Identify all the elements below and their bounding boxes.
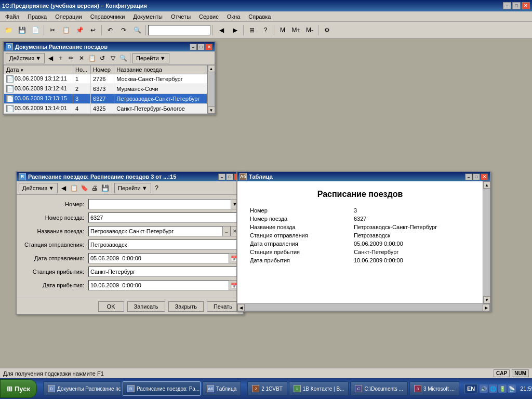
toolbar-btn-7[interactable]: ⊞ — [246, 24, 258, 36]
menu-directories[interactable]: Справочники — [87, 12, 128, 21]
col-name[interactable]: Название поезда — [114, 65, 207, 74]
tray-icon-3[interactable]: 🔋 — [498, 384, 507, 393]
list-maximize[interactable]: □ — [197, 44, 205, 50]
toolbar-undo[interactable]: ↶ — [104, 24, 116, 36]
toolbar-btn-8[interactable]: ? — [259, 24, 272, 36]
table-scrollbar-v[interactable]: ▲ ▼ — [483, 181, 490, 303]
toolbar-copy[interactable]: 📋 — [60, 24, 72, 36]
list-pereyti-btn[interactable]: Перейти ▼ — [132, 53, 169, 63]
table-scroll-up[interactable]: ▲ — [483, 181, 490, 189]
form-actions-btn[interactable]: Действия ▼ — [19, 183, 58, 193]
ok-button[interactable]: OK — [98, 301, 124, 312]
data-prib-input[interactable]: 10.06.2009 0:00:00 — [88, 280, 229, 290]
table-scrollbar-h[interactable]: ◀ ▶ — [237, 303, 490, 311]
toolbar-btn-1[interactable]: 📁 — [2, 24, 15, 36]
table-row[interactable]: 📄03.06.2009 13:12:11 1 2726 Москва-Санкт… — [4, 74, 207, 84]
form-btn-3[interactable]: 🔖 — [79, 183, 89, 193]
taskbar-task-r4[interactable]: 3 3 Microsoft ... — [409, 381, 459, 396]
scroll-up[interactable]: ▲ — [208, 65, 215, 72]
zakryt-button[interactable]: Закрыть — [168, 301, 204, 312]
maximize-btn[interactable]: □ — [512, 2, 521, 9]
lang-indicator[interactable]: EN — [464, 384, 477, 393]
table-scroll-h-track[interactable] — [245, 304, 483, 311]
list-copy-btn[interactable]: 📋 — [87, 54, 97, 63]
nomer-input[interactable] — [88, 199, 231, 209]
list-back-btn[interactable]: ◀ — [46, 54, 55, 63]
pechat-button[interactable]: Печать — [207, 301, 239, 312]
form-minimize[interactable]: – — [218, 174, 225, 180]
taskbar-task-r2[interactable]: 1 1В Контакте | В... — [289, 381, 349, 396]
stantsiya-prib-input[interactable]: Санкт-Петербург — [88, 267, 239, 277]
table-row[interactable]: 📄03.06.2009 13:12:41 2 6373 Мурманск-Соч… — [4, 84, 207, 94]
nazvanie-input[interactable]: Петрозаводск-Санкт-Петербург — [88, 226, 222, 236]
toolbar-search[interactable] — [148, 25, 210, 35]
col-no[interactable]: Но... — [73, 65, 90, 74]
list-delete-btn[interactable]: ✕ — [77, 54, 86, 63]
form-pereyti-btn[interactable]: Перейти ▼ — [114, 183, 151, 193]
list-filter-btn[interactable]: ▽ — [108, 54, 117, 63]
list-scrollbar[interactable]: ▲ ▼ — [207, 65, 215, 114]
form-maximize[interactable]: □ — [226, 174, 233, 180]
taskbar-task-form[interactable]: R Расписание поездов: Ра...15 — [123, 381, 201, 396]
toolbar-settings[interactable]: ⚙ — [321, 24, 333, 36]
form-save-btn[interactable]: 💾 — [100, 183, 110, 193]
table-close[interactable]: ✕ — [481, 174, 488, 180]
data-otpr-input[interactable]: 05.06.2009 0:00:00 — [88, 253, 229, 263]
menu-operations[interactable]: Операции — [52, 12, 85, 21]
toolbar-btn-3[interactable]: 📄 — [29, 24, 42, 36]
list-search-btn[interactable]: 🔍 — [118, 54, 128, 63]
form-back-btn[interactable]: ◀ — [59, 183, 68, 193]
stantsiya-otpr-input[interactable]: Петрозаводск — [88, 240, 239, 250]
table-maximize[interactable]: □ — [473, 174, 480, 180]
table-minimize[interactable]: – — [465, 174, 472, 180]
list-edit-btn[interactable]: ✏ — [66, 54, 76, 63]
form-help-btn[interactable]: ? — [152, 183, 162, 193]
menu-windows[interactable]: Окна — [224, 12, 244, 21]
toolbar-cut[interactable]: ✂ — [46, 24, 59, 36]
tray-icon-2[interactable]: 🌐 — [489, 384, 497, 393]
table-row[interactable]: 📄03.06.2009 13:14:01 4 4325 Санкт-Петерб… — [4, 104, 207, 114]
list-close[interactable]: ✕ — [205, 44, 212, 50]
menu-documents[interactable]: Документы — [130, 12, 166, 21]
toolbar-btn-11[interactable]: M- — [303, 24, 316, 36]
taskbar-task-r1[interactable]: 2 2 1СVBT — [247, 381, 287, 396]
toolbar-btn-10[interactable]: M+ — [290, 24, 302, 36]
start-button[interactable]: ⊞ Пуск — [0, 379, 37, 398]
col-date[interactable]: Дата▼ — [4, 65, 73, 74]
toolbar-btn-9[interactable]: M — [276, 24, 289, 36]
list-minimize[interactable]: – — [190, 44, 197, 50]
table-scroll-left[interactable]: ◀ — [237, 304, 245, 311]
table-scroll-down[interactable]: ▼ — [483, 296, 490, 303]
list-actions-btn[interactable]: Действия ▼ — [6, 53, 45, 63]
nomer-poezda-input[interactable]: 6327 — [88, 212, 239, 223]
tray-icon-1[interactable]: 🔊 — [480, 384, 488, 393]
scroll-track[interactable] — [208, 72, 215, 107]
toolbar-paste[interactable]: 📌 — [73, 24, 86, 36]
taskbar-task-r3[interactable]: C C:\Documents ... — [350, 381, 407, 396]
form-copy-btn[interactable]: 📋 — [69, 183, 78, 193]
toolbar-btn-6[interactable]: ▶ — [229, 24, 241, 36]
menu-help[interactable]: Справка — [245, 12, 274, 21]
menu-file[interactable]: Файл — [2, 12, 22, 21]
list-refresh-btn[interactable]: ↺ — [98, 54, 107, 63]
menu-reports[interactable]: Отчеты — [168, 12, 194, 21]
toolbar-find[interactable]: 🔍 — [131, 24, 143, 36]
zapisat-button[interactable]: Записать — [127, 301, 165, 312]
toolbar-btn-4[interactable]: ↩ — [87, 24, 99, 36]
toolbar-btn-2[interactable]: 💾 — [16, 24, 28, 36]
nazvanie-dots-btn[interactable]: ... — [222, 226, 231, 236]
minimize-btn[interactable]: – — [503, 2, 511, 9]
table-scroll-track[interactable] — [483, 189, 490, 296]
taskbar-task-list[interactable]: D Документы Расписание по... — [43, 381, 121, 396]
scroll-down[interactable]: ▼ — [208, 107, 215, 114]
list-add-btn[interactable]: + — [56, 54, 65, 63]
form-print-btn[interactable]: 🖨 — [90, 183, 99, 193]
taskbar-task-table[interactable]: Аб Таблица — [202, 381, 241, 396]
table-row-selected[interactable]: 📄03.06.2009 13:13:15 3 6327 Петрозаводск… — [4, 94, 207, 104]
toolbar-redo[interactable]: ↷ — [117, 24, 130, 36]
menu-service[interactable]: Сервис — [196, 12, 222, 21]
table-scroll-right[interactable]: ▶ — [483, 304, 490, 311]
col-number[interactable]: Номер — [91, 65, 114, 74]
close-btn[interactable]: ✕ — [522, 2, 530, 9]
toolbar-btn-5[interactable]: ◀ — [215, 24, 228, 36]
